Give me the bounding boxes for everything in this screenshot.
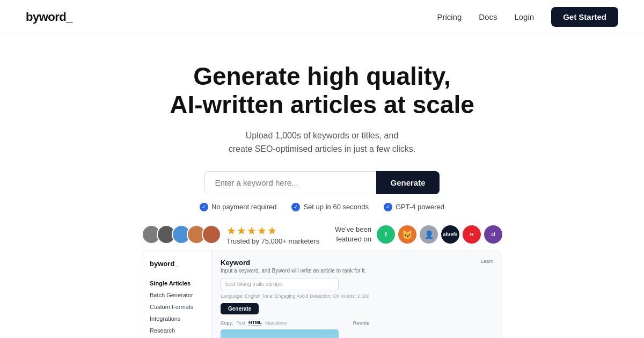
logo-6: cl [484,225,502,244]
copy-tab-html[interactable]: HTML [248,320,262,326]
copy-tab-text[interactable]: Text [237,320,246,326]
preview-main: Keyword Input a keyword, and Byword will… [212,251,502,338]
copy-label: Copy: [221,320,233,326]
featured-text: We've beenfeatured on [335,225,371,244]
hero-title: Generate high quality, AI-written articl… [170,62,474,119]
hero-section: Generate high quality, AI-written articl… [0,34,644,224]
preview-section-desc: Input a keyword, and Byword will write a… [221,268,369,274]
app-preview: byword_ Single Articles Batch Generator … [142,251,502,338]
preview-sidebar: byword_ Single Articles Batch Generator … [142,251,212,338]
nav-pricing[interactable]: Pricing [437,12,462,21]
logo-2: 🐱 [398,225,416,244]
svg-rect-0 [221,329,339,338]
trusted-info: ★★★★★ Trusted by 75,000+ marketers [226,224,319,245]
fiverr-logo: f [377,225,395,244]
generate-button[interactable]: Generate [376,171,439,194]
logo-3: 👤 [420,225,438,244]
preview-copy-row: Copy: Text HTML Markdown Rewrite [221,320,369,326]
rewrite-btn[interactable]: Rewrite [353,320,370,326]
nav-login[interactable]: Login [514,12,534,21]
keyword-input-row: Generate [204,171,439,194]
badge-gpt4: ✓ GPT-4 powered [384,203,444,211]
preview-section-title: Keyword [221,259,369,267]
preview-nav-batch[interactable]: Batch Generator [150,289,204,301]
social-right: We've beenfeatured on f 🐱 👤 ahrefs H cl [335,225,502,244]
preview-nav-research[interactable]: Research [150,325,204,336]
hubspot-logo: H [463,225,481,244]
avatar-5 [202,225,221,244]
nav-docs[interactable]: Docs [479,12,497,21]
social-left: ★★★★★ Trusted by 75,000+ marketers [142,224,319,245]
preview-settings: Language: English Tone: Engaging Avoid D… [221,293,369,299]
preview-nav-integrations[interactable]: Integrations [150,313,204,325]
check-icon-2: ✓ [291,203,300,211]
keyword-input[interactable] [204,171,376,194]
copy-tab-markdown[interactable]: Markdown [265,320,288,326]
featured-logos: f 🐱 👤 ahrefs H cl [377,225,502,244]
trusted-text: Trusted by 75,000+ marketers [226,237,319,245]
star-rating: ★★★★★ [226,224,319,237]
preview-keyword-input[interactable]: best hiking trails europe [221,278,339,290]
social-proof-row: ★★★★★ Trusted by 75,000+ marketers We've… [0,224,644,245]
check-icon-1: ✓ [200,203,208,211]
learn-link[interactable]: Learn [481,259,493,264]
check-icon-3: ✓ [384,203,392,211]
navigation: byword_ Pricing Docs Login Get Started [0,0,644,34]
hero-subtitle: Upload 1,000s of keywords or titles, and… [229,129,416,156]
badge-no-payment: ✓ No payment required [200,203,276,211]
logo[interactable]: byword_ [26,10,72,24]
nav-links: Pricing Docs Login Get Started [437,7,618,27]
preview-logo: byword_ [150,260,204,268]
article-preview-image [221,329,339,338]
preview-nav-custom[interactable]: Custom Formats [150,301,204,313]
avatar-stack [142,225,221,244]
get-started-button[interactable]: Get Started [551,7,618,27]
preview-generate-btn[interactable]: Generate [221,303,259,314]
badge-setup: ✓ Set up in 60 seconds [291,203,368,211]
ahrefs-logo: ahrefs [441,225,459,244]
preview-nav-single[interactable]: Single Articles [150,277,204,289]
hero-badges: ✓ No payment required ✓ Set up in 60 sec… [200,203,444,211]
